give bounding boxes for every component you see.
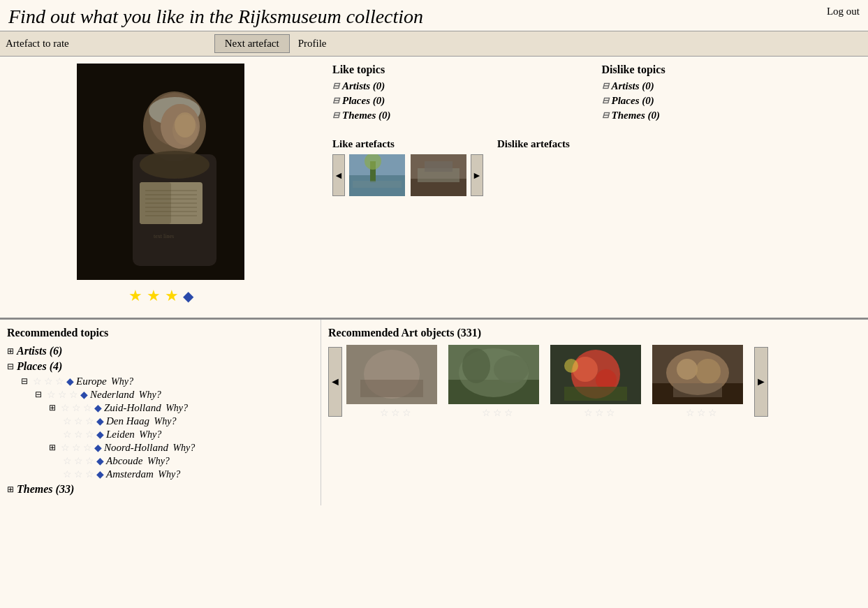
a2-star-1[interactable]: ☆ (482, 407, 491, 419)
collapse-icon[interactable]: ⊟ (602, 96, 609, 106)
nh-expand-icon[interactable]: ⊞ (49, 443, 56, 453)
ams-star-2[interactable]: ☆ (74, 468, 83, 480)
collapse-icon[interactable]: ⊟ (332, 110, 339, 121)
ams-star-1[interactable]: ☆ (63, 468, 72, 480)
artefact-to-rate-label: Artefact to rate (6, 38, 69, 50)
a3-star-1[interactable]: ☆ (584, 407, 593, 419)
nederland-star-1[interactable]: ☆ (47, 389, 56, 401)
ams-diamond[interactable]: ◆ (96, 468, 104, 480)
art-carousel-prev[interactable]: ◄ (328, 347, 342, 417)
art-img-3[interactable] (550, 345, 641, 404)
ab-diamond[interactable]: ◆ (96, 455, 104, 467)
recommended-art-panel: Recommended Art objects (331) ◄ ☆ ☆ (321, 320, 868, 505)
noordholland-why[interactable]: Why? (170, 443, 195, 454)
zuidholland-why[interactable]: Why? (163, 403, 188, 414)
a1-star-2[interactable]: ☆ (391, 407, 400, 419)
like-carousel-next[interactable]: ► (471, 154, 483, 196)
zh-diamond[interactable]: ◆ (94, 402, 102, 414)
artists-label[interactable]: Artists (6) (17, 345, 62, 357)
leiden-star-1[interactable]: ☆ (63, 429, 72, 440)
a3-star-2[interactable]: ☆ (595, 407, 604, 419)
art-thumb-2: ☆ ☆ ☆ (448, 345, 546, 419)
denhaag-why[interactable]: Why? (152, 416, 176, 427)
svg-point-45 (564, 359, 578, 373)
star-1[interactable]: ★ (128, 287, 142, 305)
europe-star-3[interactable]: ☆ (55, 376, 64, 387)
a2-star-2[interactable]: ☆ (493, 407, 502, 419)
dh-star-2[interactable]: ☆ (74, 415, 83, 427)
europe-why[interactable]: Why? (109, 376, 133, 387)
left-panel: text lines ★ ★ ★ ◆ (0, 57, 321, 318)
logout-button[interactable]: Log out (827, 6, 860, 17)
themes-expand-icon[interactable]: ⊞ (7, 484, 14, 495)
collapse-icon[interactable]: ⊟ (332, 96, 339, 106)
zh-star-2[interactable]: ☆ (72, 402, 81, 414)
nederland-why[interactable]: Why? (136, 390, 161, 401)
dislike-artefacts-label: Dislike artefacts (497, 138, 570, 150)
diamond-rating[interactable]: ◆ (183, 288, 193, 304)
a1-star-1[interactable]: ☆ (380, 407, 389, 419)
collapse-icon[interactable]: ⊟ (602, 81, 609, 91)
art-4-stars: ☆ ☆ ☆ (652, 407, 750, 419)
amsterdam-why[interactable]: Why? (156, 469, 180, 480)
star-2[interactable]: ★ (147, 287, 161, 305)
a4-star-1[interactable]: ☆ (686, 407, 695, 419)
amsterdam-name: Amsterdam (106, 468, 154, 480)
europe-item: ⊟ ☆ ☆ ☆ ◆ Europe Why? (7, 376, 314, 387)
places-label[interactable]: Places (4) (17, 360, 62, 373)
svg-rect-51 (673, 383, 722, 397)
art-img-4[interactable] (652, 345, 743, 404)
a4-star-3[interactable]: ☆ (708, 407, 717, 419)
svg-rect-25 (353, 181, 402, 188)
europe-diamond[interactable]: ◆ (66, 376, 74, 387)
zuidholland-name: Zuid-Holland (104, 402, 161, 414)
ab-star-1[interactable]: ☆ (63, 455, 72, 467)
art-img-2[interactable] (448, 345, 539, 404)
next-artefact-button[interactable]: Next artefact (214, 34, 290, 53)
art-carousel-next[interactable]: ► (754, 347, 768, 417)
places-expand-icon[interactable]: ⊟ (7, 362, 14, 372)
nh-star-1[interactable]: ☆ (61, 442, 70, 454)
art-img-1[interactable] (346, 345, 437, 404)
ab-star-2[interactable]: ☆ (74, 455, 83, 467)
leiden-diamond[interactable]: ◆ (96, 429, 104, 440)
nh-star-2[interactable]: ☆ (72, 442, 81, 454)
abcoude-why[interactable]: Why? (145, 456, 169, 467)
nh-star-3[interactable]: ☆ (83, 442, 92, 454)
a2-star-3[interactable]: ☆ (504, 407, 513, 419)
nederland-star-2[interactable]: ☆ (58, 389, 67, 401)
like-artefact-thumb-1[interactable] (349, 154, 405, 196)
star-3[interactable]: ★ (165, 287, 179, 305)
dh-star-1[interactable]: ☆ (63, 415, 72, 427)
svg-point-39 (494, 355, 529, 383)
like-artefact-thumb-2[interactable] (411, 154, 466, 196)
like-places-label: Places (0) (342, 95, 385, 107)
artists-expand-icon[interactable]: ⊞ (7, 346, 14, 357)
a4-star-2[interactable]: ☆ (697, 407, 706, 419)
collapse-icon[interactable]: ⊟ (602, 110, 609, 121)
nederland-diamond[interactable]: ◆ (80, 389, 88, 401)
like-carousel-prev[interactable]: ◄ (332, 154, 345, 196)
europe-star-2[interactable]: ☆ (44, 376, 53, 387)
a3-star-3[interactable]: ☆ (606, 407, 615, 419)
europe-star-1[interactable]: ☆ (33, 376, 42, 387)
ams-star-3[interactable]: ☆ (85, 468, 94, 480)
leiden-star-3[interactable]: ☆ (85, 429, 94, 440)
svg-rect-29 (425, 161, 453, 172)
themes-label[interactable]: Themes (33) (17, 483, 74, 496)
europe-expand-icon[interactable]: ⊟ (21, 376, 28, 387)
nederland-expand-icon[interactable]: ⊟ (35, 390, 42, 400)
amsterdam-item: ☆ ☆ ☆ ◆ Amsterdam Why? (7, 468, 314, 480)
zh-star-3[interactable]: ☆ (83, 402, 92, 414)
collapse-icon[interactable]: ⊟ (332, 81, 339, 91)
leiden-why[interactable]: Why? (137, 429, 161, 440)
nh-diamond[interactable]: ◆ (94, 442, 102, 454)
dh-star-3[interactable]: ☆ (85, 415, 94, 427)
a1-star-3[interactable]: ☆ (402, 407, 411, 419)
nederland-star-3[interactable]: ☆ (69, 389, 78, 401)
zh-star-1[interactable]: ☆ (61, 402, 70, 414)
dh-diamond[interactable]: ◆ (96, 415, 104, 427)
zuidholland-expand-icon[interactable]: ⊞ (49, 403, 56, 413)
ab-star-3[interactable]: ☆ (85, 455, 94, 467)
leiden-star-2[interactable]: ☆ (74, 429, 83, 440)
